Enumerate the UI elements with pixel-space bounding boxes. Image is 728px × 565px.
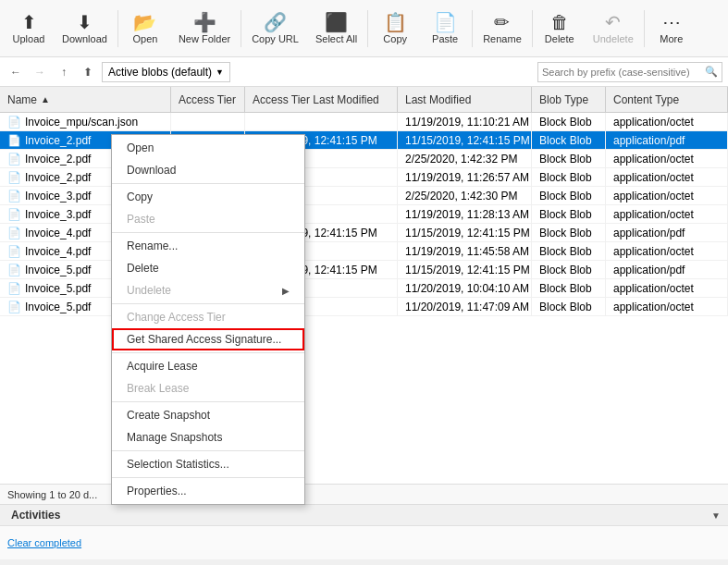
file-cell-content-type: application/pdf xyxy=(606,261,728,278)
table-row[interactable]: 📄Invoice_2.pdf11/19/2019, 11:26:57 AMBlo… xyxy=(0,168,728,187)
up-nav-button[interactable]: ↑ xyxy=(54,62,74,82)
cell-text: application/octet xyxy=(613,282,694,295)
more-button[interactable]: ⋯More xyxy=(647,2,697,55)
select-all-button[interactable]: ⬛Select All xyxy=(307,2,365,55)
search-box: 🔍 xyxy=(537,62,722,82)
context-menu-item-label: Selection Statistics... xyxy=(127,458,229,471)
activities-chevron-icon[interactable]: ▼ xyxy=(711,510,721,521)
cell-text: Block Blob xyxy=(539,171,592,184)
table-row[interactable]: 📄Invoice_3.pdf11/19/2019, 11:28:13 AMBlo… xyxy=(0,205,728,224)
col-header-blobType[interactable]: Blob Type xyxy=(532,87,606,112)
table-row[interactable]: 📄Invoice_5.pdf11/20/2019, 11:47:09 AMBlo… xyxy=(0,298,728,316)
context-menu-item: Paste xyxy=(112,208,304,230)
copy-url-label: Copy URL xyxy=(252,33,299,44)
undelete-label: Undelete xyxy=(593,33,634,44)
context-menu-item-label: Copy xyxy=(127,190,153,203)
context-menu-item[interactable]: Acquire Lease xyxy=(112,355,304,377)
forward-nav-button: → xyxy=(30,62,50,82)
file-cell-content-type: application/octet xyxy=(606,205,728,223)
context-menu-item[interactable]: Get Shared Access Signature... xyxy=(112,328,304,350)
cell-text: Block Blob xyxy=(539,190,592,203)
cell-text: application/octet xyxy=(613,245,694,258)
context-menu-item[interactable]: Manage Snapshots xyxy=(112,426,304,448)
table-row[interactable]: 📄Invoice_2.pdf11/15/2019, 12:41:15 PM11/… xyxy=(0,131,728,150)
file-cell-name: 📄Invoice_mpu/scan.json xyxy=(0,113,171,130)
context-menu-separator xyxy=(112,352,304,353)
context-menu-item[interactable]: Rename... xyxy=(112,235,304,257)
file-cell-last-modified: 11/20/2019, 11:47:09 AM xyxy=(398,298,532,315)
path-dropdown[interactable]: Active blobs (default)▼ xyxy=(102,62,230,82)
copy-button[interactable]: 📋Copy xyxy=(370,2,420,55)
search-input[interactable] xyxy=(542,67,705,78)
col-header-accessTierLM[interactable]: Access Tier Last Modified xyxy=(245,87,398,112)
cell-text: application/pdf xyxy=(613,227,685,240)
new-folder-button[interactable]: ➕New Folder xyxy=(170,2,239,55)
file-icon: 📄 xyxy=(7,190,21,203)
upload-button[interactable]: ⬆Upload xyxy=(4,2,54,55)
select-all-label: Select All xyxy=(315,33,357,44)
context-menu-item[interactable]: Selection Statistics... xyxy=(112,453,304,475)
file-icon: 📄 xyxy=(7,134,21,147)
table-row[interactable]: 📄Invoice_4.pdf11/19/2019, 11:45:58 AMBlo… xyxy=(0,242,728,261)
table-row[interactable]: 📄Invoice_2.pdf2/25/2020, 1:42:32 PMBlock… xyxy=(0,150,728,168)
context-menu-separator xyxy=(112,183,304,184)
search-icon: 🔍 xyxy=(705,66,718,78)
context-menu-item[interactable]: Copy xyxy=(112,186,304,208)
copy-url-button[interactable]: 🔗Copy URL xyxy=(243,2,307,55)
file-cell-content-type: application/octet xyxy=(606,298,728,315)
table-row[interactable]: 📄Invoice_5.pdf11/20/2019, 10:04:10 AMBlo… xyxy=(0,279,728,298)
cell-text: Invoice_5.pdf xyxy=(25,301,91,313)
cell-text: 11/19/2019, 11:10:21 AM xyxy=(405,116,529,129)
address-bar: ←→↑⬆Active blobs (default)▼🔍 xyxy=(0,57,728,87)
rename-button[interactable]: ✏Rename xyxy=(475,2,530,55)
cell-text: Block Blob xyxy=(539,264,592,276)
col-header-name[interactable]: Name▲ xyxy=(0,87,171,112)
table-row[interactable]: 📄Invoice_4.pdf11/15/2019, 12:41:15 PM11/… xyxy=(0,224,728,242)
table-row[interactable]: 📄Invoice_mpu/scan.json11/19/2019, 11:10:… xyxy=(0,113,728,131)
context-menu-item[interactable]: Properties... xyxy=(112,480,304,502)
context-menu-item: Break Lease xyxy=(112,377,304,399)
table-row[interactable]: 📄Invoice_5.pdf11/15/2019, 12:41:15 PM11/… xyxy=(0,261,728,279)
clear-completed-button[interactable]: Clear completed xyxy=(7,537,81,548)
col-header-contentType[interactable]: Content Type xyxy=(606,87,728,112)
cell-text: Block Blob xyxy=(539,282,592,295)
file-cell-blob-type: Block Blob xyxy=(532,205,606,223)
cell-text: Invoice_3.pdf xyxy=(25,190,91,203)
context-menu-item[interactable]: Delete xyxy=(112,257,304,279)
context-menu-item[interactable]: Download xyxy=(112,159,304,181)
cell-text: application/octet xyxy=(613,153,694,166)
cell-text: 11/20/2019, 11:47:09 AM xyxy=(405,301,529,313)
download-button[interactable]: ⬇Download xyxy=(54,2,116,55)
table-row[interactable]: 📄Invoice_3.pdf2/25/2020, 1:42:30 PMBlock… xyxy=(0,187,728,205)
paste-icon: 📄 xyxy=(434,13,457,31)
copy-icon: 📋 xyxy=(384,13,407,31)
file-cell-access xyxy=(171,113,245,130)
cell-text: 2/25/2020, 1:42:30 PM xyxy=(405,190,517,203)
context-menu-item-label: Undelete xyxy=(127,284,171,297)
col-header-lastModified[interactable]: Last Modified xyxy=(398,87,532,112)
back-nav-button[interactable]: ← xyxy=(6,62,26,82)
rename-icon: ✏ xyxy=(494,13,510,31)
context-menu-item[interactable]: Open xyxy=(112,137,304,159)
file-icon: 📄 xyxy=(7,264,21,276)
context-menu-item: Change Access Tier xyxy=(112,306,304,328)
cell-text: Block Blob xyxy=(539,245,592,258)
context-menu-item[interactable]: Create Snapshot xyxy=(112,404,304,426)
file-cell-last-modified: 11/15/2019, 12:41:15 PM xyxy=(398,261,532,278)
col-header-access[interactable]: Access Tier xyxy=(171,87,245,112)
file-cell-blob-type: Block Blob xyxy=(532,187,606,204)
open-button[interactable]: 📂Open xyxy=(120,2,170,55)
file-cell-last-modified: 11/19/2019, 11:10:21 AM xyxy=(398,113,532,130)
file-cell-content-type: application/pdf xyxy=(606,224,728,241)
file-cell-blob-type: Block Blob xyxy=(532,242,606,260)
file-cell-content-type: application/octet xyxy=(606,113,728,130)
cell-text: 11/20/2019, 10:04:10 AM xyxy=(405,282,529,295)
delete-button[interactable]: 🗑Delete xyxy=(535,2,585,55)
cell-text: application/octet xyxy=(613,301,694,313)
activities-tab[interactable]: Activities xyxy=(7,507,64,523)
refresh-nav-button[interactable]: ⬆ xyxy=(78,62,98,82)
file-cell-last-modified: 2/25/2020, 1:42:32 PM xyxy=(398,150,532,167)
new-folder-icon: ➕ xyxy=(193,13,216,31)
rename-label: Rename xyxy=(483,33,522,44)
paste-button[interactable]: 📄Paste xyxy=(420,2,470,55)
